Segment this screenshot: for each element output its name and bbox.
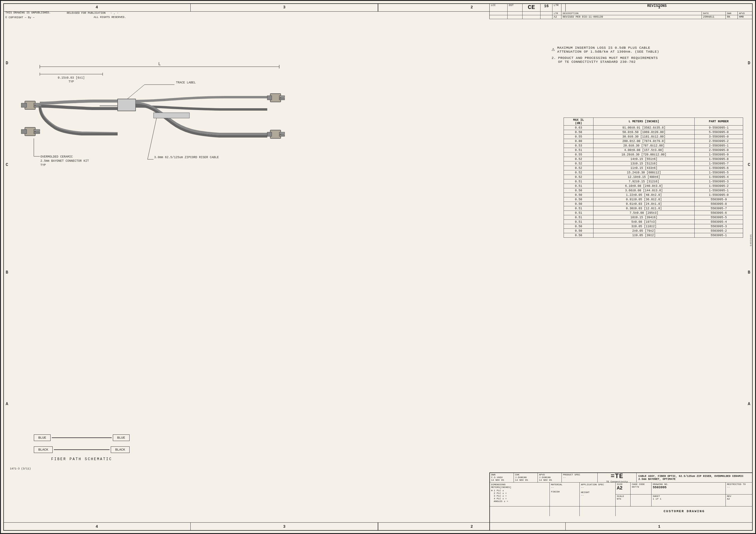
table-row: 0.503±0.05 [118±2]5503995-3 bbox=[564, 224, 743, 229]
table-row: 0.502±0.05 [79±2]5503995-2 bbox=[564, 229, 743, 233]
ltr-header: LTR bbox=[553, 3, 561, 12]
te-logo: =TE bbox=[610, 473, 623, 480]
table-row: 0.501±0.05 [39±2]5503995-1 bbox=[564, 233, 743, 238]
notes-area: ⚠ MAXIMUM INSERTION LOSS IS 0.5dB PLUS C… bbox=[552, 46, 731, 64]
table-row: 0.5530.0±0.30 [1181.0±12.00]3-5503995-0 bbox=[564, 135, 743, 139]
svg-text:2.5mm BAYONET CONNECTOR KIT: 2.5mm BAYONET CONNECTOR KIT bbox=[40, 159, 89, 163]
row-d-right: D bbox=[748, 61, 750, 65]
svg-text:TRACE LABEL: TRACE LABEL bbox=[176, 81, 196, 84]
table-row: 0.5215.24±0.30 [600±12]1-5503995-5 bbox=[564, 170, 743, 175]
svg-text:L: L bbox=[158, 62, 161, 66]
svg-rect-20 bbox=[21, 129, 27, 134]
note-2-text: PRODUCT AND PROCESSING MUST MEET REQUIRE… bbox=[558, 56, 658, 60]
cable-drawing: L 0.15±0.03 [6±1] TYP TRACE LABEL bbox=[16, 55, 303, 198]
rev-desc: REVISED PER ECO-11-005139 bbox=[561, 15, 702, 19]
table-row: 0.5850.0±0.50 [1969.0±20.00]5-5503995-0 bbox=[564, 130, 743, 135]
svg-rect-21 bbox=[34, 129, 40, 131]
ce-cell: CE bbox=[523, 3, 541, 12]
drawn-cell: DWN C.S.VASU 14 NOV 05 bbox=[490, 473, 514, 482]
note-2: 2. PRODUCT AND PROCESSING MUST MEET REQU… bbox=[552, 56, 731, 64]
table-row: 0.517.92±0.15 [312±6]1-5503995-3 bbox=[564, 179, 743, 184]
svg-line-9 bbox=[126, 85, 145, 100]
dimension-table: MAX IL(dB) L METERS [INCHES] PART NUMBER… bbox=[564, 117, 743, 238]
row-c-right: C bbox=[748, 162, 750, 167]
svg-rect-29 bbox=[279, 132, 284, 134]
note-1-text: MAXIMUM INSERTION LOSS IS 0.5dB PLUS CAB… bbox=[557, 46, 659, 50]
table-row: 0.517.5±0.08 [295±3]5503995-6 bbox=[564, 211, 743, 215]
appspec-cell: APPLICATION SPEC -- HEIGHT -- bbox=[580, 483, 616, 506]
col-4: 4 bbox=[3, 5, 190, 10]
bottom-stamp: 1471-3 (3/11) bbox=[10, 467, 31, 470]
svg-text:OVERMOLDED CERAMIC: OVERMOLDED CERAMIC bbox=[40, 155, 73, 159]
note-1: ⚠ MAXIMUM INSERTION LOSS IS 0.5dB PLUS C… bbox=[552, 46, 731, 54]
svg-rect-24 bbox=[267, 96, 272, 100]
dwn-subhdr: DWN bbox=[726, 12, 738, 15]
ltr-subhdr: LTR bbox=[553, 12, 561, 15]
te-logo-cell: =TE TE Connectivity bbox=[598, 473, 636, 482]
rev-date: 25MAR11 bbox=[702, 15, 726, 19]
customer-drawing: CUSTOMER DRAWING bbox=[616, 509, 753, 513]
table-row: 0.5211±0.15 [433±6]1-5503995-6 bbox=[564, 166, 743, 170]
side-number: 5463695 bbox=[749, 234, 752, 246]
approved-cell: APVD J.DUNCAN 14 NOV 05 bbox=[538, 473, 562, 482]
page: 4 3 2 1 4 3 2 1 D C B A D C B A THIS DRA… bbox=[0, 0, 756, 534]
material-cell: MATERIAL -- FINISH bbox=[550, 483, 580, 506]
svg-rect-13 bbox=[21, 103, 27, 107]
col-4-bot: 4 bbox=[3, 524, 190, 529]
date-subhdr: DATE bbox=[702, 12, 726, 15]
table-row: 0.500.61±0.03 [24.0±1.0]5503995-8 bbox=[564, 202, 743, 206]
part-name-cell: CABLE ASSY, FIBER OPTIC, 62.5/125um ZIP … bbox=[636, 473, 753, 482]
fiber-box-blue-right: BLUE bbox=[113, 434, 130, 441]
dim-tol-cell: DIMENSIONS METERS[INCHES] ⊕ 1 PLC ± 2 PL… bbox=[490, 483, 550, 506]
drawing-status: THIS DRAWING IS UNPUBLISHED. bbox=[5, 11, 51, 15]
table-row: 0.516.10±0.08 [240.0±3.0]1-5503995-2 bbox=[564, 184, 743, 189]
row-b-left: B bbox=[6, 270, 8, 275]
revisions-title: REVISIONS bbox=[561, 3, 753, 12]
svg-text:3.0mm 62.5/125um ZIPCORD RISER: 3.0mm 62.5/125um ZIPCORD RISER CABLE bbox=[154, 156, 219, 159]
table-row: 0.5213±0.15 [512±6]1-5503995-7 bbox=[564, 162, 743, 166]
table-row: 0.514.00±0.08 [157.5±3.00]2-5503995-0 bbox=[564, 148, 743, 152]
svg-rect-28 bbox=[267, 132, 272, 136]
fiber-box-black-left: BLACK bbox=[34, 446, 53, 453]
dwg-info-cell: SIZE A2 CAGE CODE 00779 DRAWING NO. 5503… bbox=[616, 483, 753, 506]
svg-rect-26 bbox=[279, 98, 284, 100]
row-a-right: A bbox=[748, 401, 750, 406]
fiber-row-blue: BLUE BLUE bbox=[34, 433, 130, 442]
fiber-path-label: FIBER PATH SCHEMATIC bbox=[25, 457, 139, 461]
svg-rect-30 bbox=[279, 135, 284, 136]
svg-rect-31 bbox=[153, 113, 189, 118]
note-2-num: 2. bbox=[552, 56, 556, 60]
rev-ltr: A2 bbox=[553, 15, 561, 19]
col-3: 3 bbox=[191, 5, 378, 10]
rev-dwn: RK bbox=[726, 15, 738, 19]
lcc-header: LCC bbox=[490, 3, 508, 12]
copyright-line: © COPYRIGHT — By — bbox=[5, 15, 51, 20]
note-1b-text: ATTENUATION OF 1.5dB/km AT 1300nm. (SEE … bbox=[557, 50, 659, 54]
th-l: L METERS [INCHES] bbox=[593, 118, 694, 126]
row-b-right: B bbox=[748, 270, 750, 275]
fiber-box-black-right: BLACK bbox=[111, 446, 130, 453]
svg-rect-22 bbox=[34, 132, 40, 134]
table-row: 0.80200.0±2.00 [7874.0±79.0]2-5503995-2 bbox=[564, 139, 743, 143]
rights-text: ALL RIGHTS RESERVED. bbox=[94, 16, 126, 19]
svg-text:TYP: TYP bbox=[68, 80, 74, 84]
row-c-left: C bbox=[6, 162, 8, 167]
table-row: 0.6391.00±0.91 [3582.6±35.8]9-5503995-1 bbox=[564, 126, 743, 130]
table-row: 0.5214±0.15 [551±6]1-5503995-8 bbox=[564, 157, 743, 162]
fiber-box-blue-left: BLUE bbox=[34, 434, 51, 441]
svg-rect-25 bbox=[279, 96, 284, 97]
table-row: 0.515±0.08 [197±3]5503995-4 bbox=[564, 220, 743, 224]
copyright-area: THIS DRAWING IS UNPUBLISHED. © COPYRIGHT… bbox=[5, 11, 51, 20]
svg-line-37 bbox=[148, 118, 156, 159]
fiber-path-schematic: BLUE BLUE BLACK BLACK FIBER PATH SCHEMAT… bbox=[25, 430, 139, 461]
title-block: DWN C.S.VASU 14 NOV 05 CHK J.DUNCAN 14 N… bbox=[489, 472, 753, 531]
apvd-subhdr: APVD bbox=[738, 12, 753, 15]
table-row: 0.501.22±0.05 [48.0±2.0]1-5503995-0 bbox=[564, 193, 743, 197]
table-row: 0.5518.29±0.30 [720.00±12.00]1-5503995-9 bbox=[564, 152, 743, 157]
svg-rect-16 bbox=[118, 99, 136, 111]
table-row: 0.503.66±0.08 [144.0±3.0]1-5503995-1 bbox=[564, 189, 743, 193]
released-text: RELEASED FOR PUBLICATION - , - bbox=[67, 12, 119, 15]
dim-table-element: MAX IL(dB) L METERS [INCHES] PART NUMBER… bbox=[564, 117, 743, 238]
th-il: MAX IL(dB) bbox=[564, 118, 593, 126]
row-d-left: D bbox=[6, 61, 8, 65]
